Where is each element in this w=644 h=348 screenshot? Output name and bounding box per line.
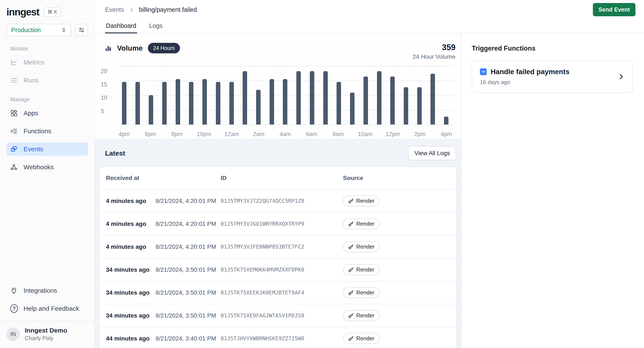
environment-settings-button[interactable] bbox=[75, 24, 88, 36]
tab-dashboard[interactable]: Dashboard bbox=[105, 19, 137, 34]
table-row[interactable]: 34 minutes ago8/21/2024, 3:50:01 PM01J5T… bbox=[100, 258, 456, 281]
x-axis-tick bbox=[131, 126, 144, 137]
x-axis-tick bbox=[372, 126, 386, 137]
bar-slot bbox=[212, 66, 225, 124]
volume-bar bbox=[162, 82, 167, 124]
cell-source: Render bbox=[343, 264, 456, 275]
environment-select-value: Production bbox=[11, 27, 41, 34]
key-icon bbox=[348, 290, 354, 295]
events-copy-icon bbox=[10, 145, 18, 153]
table-row[interactable]: 34 minutes ago8/21/2024, 3:50:01 PM01J5T… bbox=[100, 304, 456, 327]
content-column: Events billing/payment.failed Send Event… bbox=[95, 0, 644, 348]
source-badge[interactable]: Render bbox=[343, 264, 380, 275]
webhooks-nodes-icon bbox=[10, 163, 18, 171]
table-row[interactable]: 4 minutes ago8/21/2024, 4:20:01 PM01J5TM… bbox=[100, 189, 456, 212]
table-row[interactable]: 4 minutes ago8/21/2024, 4:20:01 PM01J5TM… bbox=[100, 212, 456, 235]
function-code-icon: <> bbox=[480, 68, 487, 75]
account-text: Inngest Demo Charly Poly bbox=[25, 327, 67, 341]
x-axis-tick: 6am bbox=[305, 126, 318, 137]
x-axis-tick bbox=[318, 126, 332, 137]
table-row[interactable]: 4 minutes ago8/21/2024, 4:20:01 PM01J5TM… bbox=[100, 235, 456, 258]
gridline bbox=[118, 124, 453, 125]
sidebar-item-label: Help and Feedback bbox=[24, 305, 79, 312]
source-badge[interactable]: Render bbox=[343, 310, 380, 321]
sidebar-item-label: Runs bbox=[24, 77, 38, 84]
table-body: 4 minutes ago8/21/2024, 4:20:01 PM01J5TM… bbox=[100, 189, 456, 348]
breadcrumb: Events billing/payment.failed bbox=[105, 6, 197, 13]
y-axis-tick: 10 bbox=[101, 94, 113, 101]
cell-timestamp: 8/21/2024, 3:50:01 PM bbox=[156, 312, 220, 319]
time-range-badge[interactable]: 24 Hours bbox=[148, 43, 180, 53]
function-card[interactable]: <> Handle failed payments 16 days ago bbox=[472, 60, 633, 93]
source-name: Render bbox=[356, 312, 374, 319]
page-tabs: DashboardLogs bbox=[95, 19, 644, 34]
x-axis-tick bbox=[239, 126, 252, 137]
cell-timestamp: 8/21/2024, 4:20:01 PM bbox=[156, 198, 220, 205]
bar-slot bbox=[399, 66, 413, 124]
sidebar-item-runs[interactable]: Runs bbox=[6, 74, 88, 87]
environment-select[interactable]: Production bbox=[6, 24, 71, 36]
x-axis-tick bbox=[345, 126, 358, 137]
metrics-chart-icon bbox=[10, 59, 18, 66]
cell-relative-time: 34 minutes ago bbox=[106, 266, 156, 273]
cell-relative-time: 44 minutes ago bbox=[106, 335, 156, 342]
key-icon bbox=[348, 336, 354, 341]
sidebar-item-functions[interactable]: Functions bbox=[6, 124, 88, 138]
cell-event-id: 01J5TK75XEM0KK4MVMZXXFDPK0 bbox=[220, 267, 343, 273]
volume-total: 359 bbox=[412, 43, 456, 52]
cell-timestamp: 8/21/2024, 3:50:01 PM bbox=[156, 266, 220, 273]
bar-slot bbox=[319, 66, 332, 124]
sidebar-item-webhooks[interactable]: Webhooks bbox=[6, 160, 88, 174]
x-axis-tick bbox=[426, 126, 440, 137]
cell-source: Render bbox=[343, 196, 456, 206]
volume-bar bbox=[229, 82, 234, 124]
volume-bar bbox=[296, 71, 301, 124]
cell-event-id: 01J5TK75XE9FAGJWTA5V1PDJS8 bbox=[220, 312, 343, 319]
sidebar-item-metrics[interactable]: Metrics bbox=[6, 56, 88, 69]
volume-bar bbox=[430, 74, 435, 124]
sidebar-item-events[interactable]: Events bbox=[6, 142, 88, 156]
nav-section-label: Manage bbox=[10, 96, 88, 103]
breadcrumb-events-link[interactable]: Events bbox=[105, 6, 124, 13]
sidebar-item-label: Integrations bbox=[24, 287, 57, 294]
chevron-up-down-icon bbox=[60, 27, 67, 33]
table-row[interactable]: 34 minutes ago8/21/2024, 3:50:01 PM01J5T… bbox=[100, 281, 456, 304]
sidebar-item-apps[interactable]: Apps bbox=[6, 106, 88, 120]
source-badge[interactable]: Render bbox=[343, 333, 380, 344]
x-axis-tick bbox=[211, 126, 224, 137]
key-icon bbox=[348, 244, 354, 250]
volume-bar bbox=[216, 82, 220, 124]
latest-title: Latest bbox=[105, 149, 125, 157]
x-axis-tick bbox=[184, 126, 197, 137]
source-badge[interactable]: Render bbox=[343, 287, 380, 298]
function-last-run: 16 days ago bbox=[480, 79, 570, 86]
x-axis-tick: 6pm bbox=[144, 126, 157, 137]
source-badge[interactable]: Render bbox=[343, 196, 380, 206]
source-badge[interactable]: Render bbox=[343, 241, 380, 252]
volume-bar bbox=[377, 71, 382, 124]
table-header-row: Received at ID Source bbox=[100, 167, 456, 189]
sidebar-item-help-and-feedback[interactable]: ?Help and Feedback bbox=[6, 302, 88, 315]
bar-slot bbox=[332, 66, 346, 124]
function-name: Handle failed payments bbox=[490, 68, 570, 76]
key-icon bbox=[348, 198, 354, 204]
cell-event-id: 01J5TMY3VJGQ1WRYRRXQXTRYP9 bbox=[220, 221, 343, 227]
table-row[interactable]: 44 minutes ago8/21/2024, 3:40:01 PM01J5T… bbox=[100, 327, 456, 348]
main-column: Volume 24 Hours 359 24 Hour Volume 51015… bbox=[95, 34, 462, 348]
command-k-shortcut[interactable]: ⌘ K bbox=[44, 7, 61, 17]
cell-relative-time: 34 minutes ago bbox=[106, 289, 156, 296]
view-all-logs-button[interactable]: View All Logs bbox=[408, 146, 456, 160]
send-event-button[interactable]: Send Event bbox=[593, 3, 636, 16]
volume-bar bbox=[336, 82, 341, 124]
y-axis-tick: 5 bbox=[101, 108, 113, 114]
runs-list-icon bbox=[10, 77, 18, 84]
sidebar-item-integrations[interactable]: Integrations bbox=[6, 284, 88, 297]
latest-section: Latest View All Logs Received at ID Sour… bbox=[95, 139, 461, 348]
bar-slot bbox=[158, 66, 171, 124]
source-badge[interactable]: Render bbox=[343, 218, 380, 229]
tab-logs[interactable]: Logs bbox=[148, 19, 164, 34]
logo-row: inngest ⌘ K bbox=[0, 0, 94, 20]
triggered-functions-panel: Triggered Functions <> Handle failed pay… bbox=[462, 34, 644, 348]
cell-relative-time: 4 minutes ago bbox=[106, 221, 156, 227]
account-menu[interactable]: IN Inngest Demo Charly Poly bbox=[0, 321, 94, 348]
